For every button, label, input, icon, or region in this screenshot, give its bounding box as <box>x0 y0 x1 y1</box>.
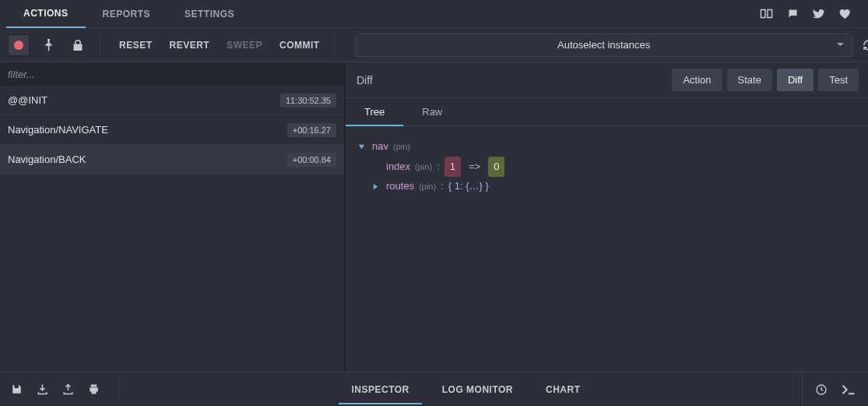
book-icon[interactable] <box>760 8 773 19</box>
tree-summary: { 1: {…} } <box>448 177 489 196</box>
separator <box>334 34 335 56</box>
tree-area: nav (pin) index (pin): 1 => 0 routes (pi… <box>346 126 868 372</box>
tree-key: nav <box>372 137 388 157</box>
details-pane: Diff Action State Diff Test Tree Raw nav… <box>346 62 868 372</box>
tree-key: index <box>386 157 410 177</box>
action-row[interactable]: Navigation/BACK +00:00.84 <box>0 145 344 175</box>
clock-icon[interactable] <box>815 383 828 396</box>
instance-selector[interactable]: Autoselect instances <box>355 34 853 57</box>
action-time: +00:16.27 <box>287 123 336 137</box>
panel-tab-bar: Action State Diff Test <box>672 69 859 91</box>
tree-node-routes[interactable]: routes (pin): { 1: {…} } <box>358 177 856 196</box>
instance-label: Autoselect instances <box>557 39 650 51</box>
bottom-tab-bar: INSPECTOR LOG MONITOR CHART <box>130 375 802 404</box>
top-icon-bar <box>760 8 862 19</box>
chevron-down-icon <box>836 42 845 48</box>
toolbar-right: Autoselect instances <box>346 28 868 62</box>
action-name: Navigation/BACK <box>8 154 86 165</box>
bottom-tab-inspector[interactable]: INSPECTOR <box>339 375 421 404</box>
toolbar-actions: RESET REVERT SWEEP COMMIT <box>111 35 323 55</box>
diff-old-value: 1 <box>445 157 461 178</box>
diff-arrow: => <box>466 157 483 177</box>
panel-subtabs: Tree Raw <box>346 98 868 126</box>
separator <box>118 380 119 400</box>
tree-node-nav[interactable]: nav (pin) <box>358 137 856 157</box>
action-name: Navigation/NAVIGATE <box>8 124 108 136</box>
tab-actions[interactable]: ACTIONS <box>6 0 86 28</box>
pin-label[interactable]: (pin) <box>393 139 410 155</box>
toolbar-left: RESET REVERT SWEEP COMMIT <box>0 28 346 62</box>
subtab-tree[interactable]: Tree <box>346 106 403 125</box>
chat-icon[interactable] <box>787 8 799 19</box>
subtab-raw[interactable]: Raw <box>403 106 461 125</box>
action-row[interactable]: Navigation/NAVIGATE +00:16.27 <box>0 115 344 145</box>
panel-tab-state[interactable]: State <box>727 69 772 91</box>
print-icon[interactable] <box>88 383 100 395</box>
toolbar: RESET REVERT SWEEP COMMIT Autoselect ins… <box>0 28 868 62</box>
bottom-left-icons <box>0 380 130 400</box>
lock-icon[interactable] <box>67 39 89 51</box>
sweep-button[interactable]: SWEEP <box>223 35 265 55</box>
sync-icon[interactable] <box>863 39 868 51</box>
top-tab-bar: ACTIONS REPORTS SETTINGS <box>0 0 868 28</box>
separator <box>100 34 100 56</box>
pin-label[interactable]: (pin) <box>415 159 432 175</box>
filter-input[interactable] <box>0 62 344 86</box>
panel-tab-diff[interactable]: Diff <box>777 69 814 91</box>
save-icon[interactable] <box>11 383 23 395</box>
twitter-icon[interactable] <box>813 9 825 19</box>
reset-button[interactable]: RESET <box>116 35 156 55</box>
panel-tab-action[interactable]: Action <box>672 69 722 91</box>
action-name: @@INIT <box>8 94 47 106</box>
console-icon[interactable] <box>842 384 856 395</box>
revert-button[interactable]: REVERT <box>167 35 213 55</box>
heart-icon[interactable] <box>839 9 851 19</box>
record-button[interactable] <box>8 34 30 56</box>
main-area: @@INIT 11:30:52.35 Navigation/NAVIGATE +… <box>0 62 868 372</box>
bottom-tab-chart[interactable]: CHART <box>533 375 593 404</box>
bottom-right-icons <box>802 372 868 406</box>
pin-icon[interactable] <box>37 39 59 51</box>
action-list: @@INIT 11:30:52.35 Navigation/NAVIGATE +… <box>0 86 344 372</box>
action-list-pane: @@INIT 11:30:52.35 Navigation/NAVIGATE +… <box>0 62 346 372</box>
collapse-icon[interactable] <box>358 143 367 150</box>
tree-node-index[interactable]: index (pin): 1 => 0 <box>358 157 856 178</box>
export-icon[interactable] <box>37 383 48 395</box>
tab-reports[interactable]: REPORTS <box>86 0 168 28</box>
import-icon[interactable] <box>62 383 74 395</box>
diff-new-value: 0 <box>488 157 504 178</box>
pin-label[interactable]: (pin) <box>419 178 436 195</box>
action-time: 11:30:52.35 <box>280 94 336 108</box>
bottom-tab-log-monitor[interactable]: LOG MONITOR <box>430 375 525 404</box>
action-time: +00:00.84 <box>287 153 336 167</box>
tab-settings[interactable]: SETTINGS <box>167 0 251 28</box>
tree-key: routes <box>386 177 414 196</box>
panel-title: Diff <box>355 74 373 86</box>
commit-button[interactable]: COMMIT <box>276 35 323 55</box>
colon: : <box>441 177 444 196</box>
action-row[interactable]: @@INIT 11:30:52.35 <box>0 86 344 115</box>
record-icon <box>14 41 23 50</box>
panel-header: Diff Action State Diff Test <box>346 62 868 98</box>
panel-tab-test[interactable]: Test <box>818 69 859 91</box>
colon: : <box>437 157 440 177</box>
expand-icon[interactable] <box>372 183 381 190</box>
bottom-bar: INSPECTOR LOG MONITOR CHART <box>0 372 868 406</box>
